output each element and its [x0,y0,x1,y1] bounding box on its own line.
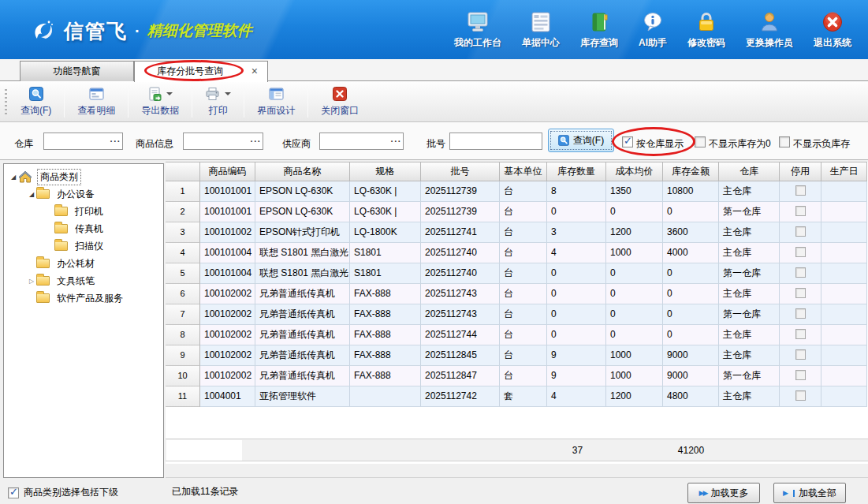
load-more-label: 加载更多 [710,487,748,500]
tree-expander-open-icon[interactable]: ◢ [27,191,36,198]
cell-base-unit: 台 [500,181,547,202]
table-row[interactable]: 9100102002兄弟普通纸传真机FAX-8882025112845台9100… [166,345,868,366]
supplier-picker-icon[interactable]: ··· [389,133,403,149]
disabled-checkbox[interactable] [795,329,806,339]
tree-item[interactable]: 办公耗材 [4,255,163,272]
column-header-batch-no[interactable]: 批号 [421,162,500,181]
disabled-checkbox[interactable] [795,226,806,237]
tree-item[interactable]: 扫描仪 [4,237,163,255]
table-row[interactable]: 6100102002兄弟普通纸传真机FAX-8882025112743台000主… [166,284,868,304]
table-row[interactable]: 7100102002兄弟普通纸传真机FAX-8882025112743台000第… [166,304,868,325]
warehouse-input[interactable]: ··· [43,133,123,150]
nav-document-center[interactable]: 单据中心 [512,10,570,50]
warehouse-picker-icon[interactable]: ··· [109,133,122,149]
toolbar-view-detail-button[interactable]: 查看明细 [69,83,123,121]
disabled-checkbox[interactable] [795,390,806,401]
column-header-avg-cost[interactable]: 成本均价 [606,162,663,181]
query-button[interactable]: 查询(F) [548,129,614,152]
tree-item[interactable]: ◢商品类别 [4,168,163,185]
tree-item[interactable]: 软件产品及服务 [4,289,163,307]
toolbar-grip-handle[interactable] [5,89,7,114]
disabled-checkbox[interactable] [795,206,806,216]
supplier-input[interactable]: ··· [319,133,404,150]
nav-inventory-query[interactable]: 库存查询 [570,10,628,50]
column-header-spec[interactable]: 规格 [350,162,421,181]
disabled-checkbox[interactable] [795,267,806,278]
toolbar-label: 导出数据 [141,104,179,118]
tree-expander-closed-icon[interactable]: ▷ [27,278,36,285]
tree-item-label: 文具纸笔 [54,274,97,289]
cell-product-code: 100102002 [200,345,255,366]
table-row[interactable]: 3100101002EPSON针式打印机LQ-1800K2025112741台3… [166,222,868,243]
tree-item[interactable]: 打印机 [4,203,163,220]
nav-switch-operator[interactable]: 更换操作员 [736,10,803,50]
table-row[interactable]: 2100101001EPSON LQ-630KLQ-630K |20251127… [166,202,868,222]
nav-change-password[interactable]: 修改密码 [677,10,736,50]
tree-item[interactable]: 传真机 [4,220,163,237]
disabled-checkbox[interactable] [795,370,806,380]
table-row[interactable]: 8100102002兄弟普通纸传真机FAX-8882025112744台000主… [166,325,868,345]
batch-input[interactable] [449,133,542,150]
dropdown-caret-icon[interactable] [166,92,173,95]
product-info-input[interactable]: ··· [183,133,263,150]
tab-close-icon[interactable]: × [251,62,258,81]
toolbar-print-button[interactable]: 打印 [197,83,239,121]
show-by-warehouse-checkbox[interactable] [622,136,633,147]
table-header-row: 商品编码商品名称规格批号基本单位库存数量成本均价库存金额仓库停用生产日 [166,162,868,181]
load-more-button[interactable]: ▶▶ 加载更多 [687,483,760,503]
cell-stock-qty: 0 [547,284,606,304]
cell-avg-cost: 0 [606,325,663,345]
disabled-checkbox[interactable] [795,308,806,319]
column-header-disabled[interactable]: 停用 [780,162,821,181]
disabled-checkbox[interactable] [795,185,806,196]
disabled-checkbox[interactable] [795,349,806,360]
cell-stock-qty: 0 [547,202,606,222]
table-row[interactable]: 5100101004联想 S1801 黑白激光S18012025112740台0… [166,263,868,284]
column-header-product-code[interactable]: 商品编码 [200,162,255,181]
product-picker-icon[interactable]: ··· [249,133,263,149]
tree-item[interactable]: ▷文具纸笔 [4,272,163,289]
cell-spec: S1801 [350,263,421,284]
column-header-product-name[interactable]: 商品名称 [255,162,350,181]
toolbar-export-button[interactable]: 导出数据 [133,83,187,121]
row-number: 1 [166,181,200,202]
include-children-checkbox[interactable] [8,487,19,498]
column-header-warehouse[interactable]: 仓库 [719,162,780,181]
cell-product-code: 100101004 [200,243,255,263]
toolbar-query-button[interactable]: 查询(F) [13,83,59,121]
column-header-stock-qty[interactable]: 库存数量 [547,162,606,181]
hide-zero-stock-checkbox[interactable] [695,136,706,147]
toolbar-close-window-button[interactable]: 关闭窗口 [313,83,367,121]
ai-assistant-icon [641,10,665,34]
table-row[interactable]: 1100101001EPSON LQ-630KLQ-630K |20251127… [166,181,868,202]
column-header-production-date[interactable]: 生产日 [821,162,867,181]
cell-warehouse: 主仓库 [719,345,780,366]
cell-production-date [821,222,867,243]
cell-stock-qty: 3 [547,222,606,243]
tree-item-label: 商品类别 [37,169,81,185]
tab-inventory-batch-query[interactable]: 库存分批号查询 × [134,61,268,82]
cell-production-date [821,366,867,386]
dropdown-caret-icon[interactable] [225,92,231,95]
column-header-base-unit[interactable]: 基本单位 [500,162,547,181]
column-header-stock-amount[interactable]: 库存金额 [663,162,719,181]
brand-tagline: 精细化管理软件 [147,21,252,41]
tab-function-navigator[interactable]: 功能导航窗 [20,61,134,81]
table-row[interactable]: 4100101004联想 S1801 黑白激光S18012025112740台4… [166,243,868,263]
disabled-checkbox[interactable] [795,247,806,257]
nav-exit-system[interactable]: 退出系统 [803,10,862,50]
cell-stock-qty: 0 [547,263,606,284]
disabled-checkbox[interactable] [795,288,806,298]
tree-item[interactable]: ◢办公设备 [4,185,163,203]
hide-negative-stock-checkbox[interactable] [779,136,790,147]
load-all-button[interactable]: ▶ 加载全部 [773,483,846,503]
tree-expander-open-icon[interactable]: ◢ [9,174,18,181]
include-children-option[interactable]: 商品类别选择包括下级 [8,486,118,499]
toolbar-ui-design-button[interactable]: 界面设计 [249,83,303,121]
nav-my-workbench[interactable]: 我的工作台 [444,10,512,50]
row-number: 11 [166,386,200,407]
table-row[interactable]: 111004001亚拓管理软件2025112742套412004800主仓库 [166,386,868,407]
table-row[interactable]: 10100102002兄弟普通纸传真机FAX-8882025112847台910… [166,366,868,386]
header-row-number [166,162,200,181]
nav-ai-assistant[interactable]: AI助手 [628,10,677,50]
